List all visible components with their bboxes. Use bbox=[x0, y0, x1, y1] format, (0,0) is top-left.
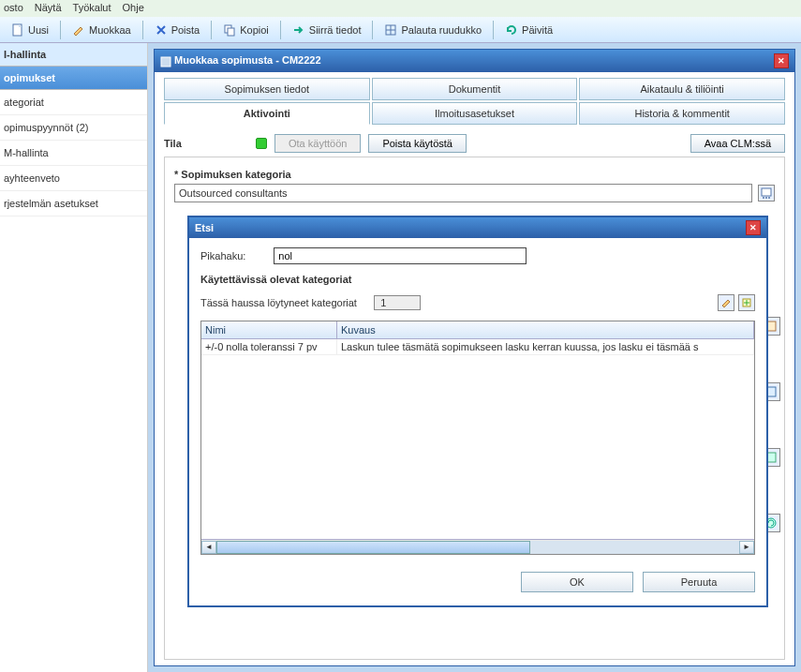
delete-label: Poista bbox=[171, 24, 200, 36]
menu-item[interactable]: Ohje bbox=[123, 2, 144, 15]
pencil-icon bbox=[72, 23, 85, 37]
found-count: 1 bbox=[374, 295, 421, 310]
svg-rect-2 bbox=[228, 28, 234, 36]
tab-history[interactable]: Historia & kommentit bbox=[579, 102, 785, 125]
toolbar: Uusi Muokkaa Poista Kopioi Siirrä tiedot… bbox=[0, 17, 801, 43]
separator bbox=[280, 21, 281, 39]
sidebar-item-settings[interactable]: rjestelmän asetukset bbox=[0, 191, 147, 217]
svg-point-7 bbox=[765, 197, 767, 199]
horizontal-scrollbar[interactable]: ◄ ► bbox=[201, 539, 754, 554]
scroll-right-icon[interactable]: ► bbox=[739, 541, 754, 554]
cancel-button[interactable]: Peruuta bbox=[643, 572, 755, 592]
copy-icon bbox=[223, 23, 236, 37]
dialog-title: Muokkaa sopimusta - CM2222 bbox=[160, 54, 321, 67]
sidebar-header: I-hallinta bbox=[0, 43, 147, 67]
content-area: Muokkaa sopimusta - CM2222 ✕ Sopimuksen … bbox=[148, 43, 801, 672]
disable-button[interactable]: Poista käytöstä bbox=[368, 134, 467, 153]
edit-label: Muokkaa bbox=[89, 24, 131, 36]
restore-button[interactable]: Palauta ruudukko bbox=[378, 22, 487, 38]
copy-label: Kopioi bbox=[240, 24, 269, 36]
separator bbox=[60, 21, 61, 39]
open-clm-button[interactable]: Avaa CLM:ssä bbox=[690, 134, 785, 153]
ok-button[interactable]: OK bbox=[521, 572, 633, 592]
popup-titlebar: Etsi ✕ bbox=[189, 217, 766, 238]
enable-button: Ota käyttöön bbox=[274, 134, 361, 153]
svg-rect-4 bbox=[161, 57, 171, 67]
available-label: Käytettävissä olevat kategoriat bbox=[200, 274, 755, 285]
refresh-button[interactable]: Päivitä bbox=[499, 22, 558, 38]
new-category-icon[interactable] bbox=[738, 294, 755, 311]
new-label: Uusi bbox=[28, 24, 49, 36]
quicksearch-input[interactable] bbox=[274, 247, 527, 264]
scroll-thumb[interactable] bbox=[216, 541, 530, 554]
separator bbox=[211, 21, 212, 39]
category-label: * Sopimuksen kategoria bbox=[174, 169, 775, 180]
category-input[interactable]: Outsourced consultants bbox=[174, 184, 752, 202]
dialog-titlebar: Muokkaa sopimusta - CM2222 ✕ bbox=[155, 50, 794, 72]
col-desc[interactable]: Kuvaus bbox=[337, 321, 754, 338]
lookup-icon[interactable] bbox=[758, 185, 775, 202]
results-grid: Nimi Kuvaus +/-0 nolla toleranssi 7 pv L… bbox=[200, 321, 755, 555]
col-name[interactable]: Nimi bbox=[201, 321, 337, 338]
menu-bar: osto Näytä Työkalut Ohje bbox=[0, 0, 801, 17]
sidebar-item-management[interactable]: M-hallinta bbox=[0, 141, 147, 166]
tab-schedule[interactable]: Aikataulu & tiliöinti bbox=[579, 78, 785, 100]
delete-button[interactable]: Poista bbox=[149, 22, 206, 38]
svg-point-8 bbox=[768, 197, 770, 199]
menu-item[interactable]: osto bbox=[4, 2, 23, 15]
edit-button[interactable]: Muokkaa bbox=[67, 22, 137, 38]
close-icon[interactable]: ✕ bbox=[746, 220, 761, 235]
quicksearch-label: Pikahaku: bbox=[200, 250, 245, 261]
arrow-right-icon bbox=[292, 23, 305, 37]
edit-contract-dialog: Muokkaa sopimusta - CM2222 ✕ Sopimuksen … bbox=[154, 49, 795, 666]
separator bbox=[493, 21, 494, 39]
edit-category-icon[interactable] bbox=[718, 294, 734, 311]
menu-item[interactable]: Työkalut bbox=[73, 2, 111, 15]
menu-item[interactable]: Näytä bbox=[35, 2, 62, 15]
search-popup: Etsi ✕ Pikahaku: Käytettävissä olevat ka… bbox=[187, 216, 768, 607]
tab-documents[interactable]: Dokumentit bbox=[372, 78, 578, 100]
sidebar: I-hallinta opimukset ategoriat opimuspyy… bbox=[0, 43, 148, 672]
scroll-left-icon[interactable]: ◄ bbox=[201, 541, 216, 554]
cell-desc: Laskun tulee täsmätä sopimukseen lasku k… bbox=[337, 339, 754, 354]
move-button[interactable]: Siirrä tiedot bbox=[287, 22, 367, 38]
form-panel: * Sopimuksen kategoria Outsourced consul… bbox=[164, 157, 785, 660]
table-row[interactable]: +/-0 nolla toleranssi 7 pv Laskun tulee … bbox=[201, 339, 754, 355]
status-indicator-icon bbox=[256, 138, 267, 149]
new-icon bbox=[11, 23, 24, 37]
tab-contract-info[interactable]: Sopimuksen tiedot bbox=[164, 78, 370, 100]
separator bbox=[372, 21, 373, 39]
tab-notifications[interactable]: Ilmoitusasetukset bbox=[372, 102, 578, 125]
delete-icon bbox=[155, 23, 168, 37]
grid-icon bbox=[384, 23, 397, 37]
refresh-label: Päivitä bbox=[522, 24, 553, 36]
svg-rect-5 bbox=[762, 188, 771, 196]
tab-activation[interactable]: Aktivointi bbox=[164, 102, 370, 125]
sidebar-item-summary[interactable]: ayhteenveto bbox=[0, 166, 147, 191]
close-icon[interactable]: ✕ bbox=[774, 53, 789, 68]
copy-button[interactable]: Kopioi bbox=[217, 22, 274, 38]
restore-label: Palauta ruudukko bbox=[401, 24, 482, 36]
new-button[interactable]: Uusi bbox=[6, 22, 54, 38]
found-label: Tässä haussa löytyneet kategoriat bbox=[200, 297, 357, 308]
sidebar-item-requests[interactable]: opimuspyynnöt (2) bbox=[0, 115, 147, 141]
popup-title: Etsi bbox=[195, 222, 214, 233]
refresh-icon bbox=[505, 23, 518, 37]
sidebar-item-contracts[interactable]: opimukset bbox=[0, 67, 147, 90]
sidebar-item-categories[interactable]: ategoriat bbox=[0, 90, 147, 115]
svg-point-6 bbox=[763, 197, 764, 199]
separator bbox=[142, 21, 143, 39]
cell-name: +/-0 nolla toleranssi 7 pv bbox=[201, 339, 337, 354]
status-label: Tila bbox=[164, 138, 248, 149]
move-label: Siirrä tiedot bbox=[309, 24, 362, 36]
